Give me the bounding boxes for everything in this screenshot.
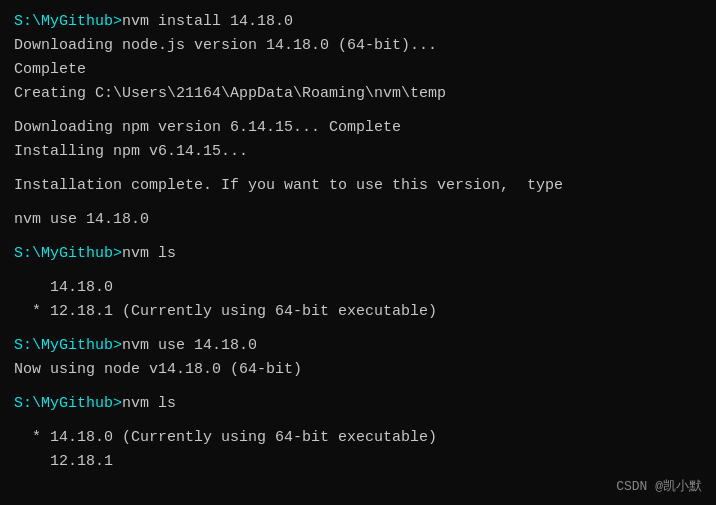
terminal-line-21: S:\MyGithub>nvm ls bbox=[14, 392, 702, 416]
prompt-1: S:\MyGithub> bbox=[14, 13, 122, 30]
spacer-2 bbox=[14, 164, 702, 174]
terminal-window: S:\MyGithub>nvm install 14.18.0 Download… bbox=[0, 0, 716, 505]
spacer-8 bbox=[14, 416, 702, 426]
spacer-3 bbox=[14, 198, 702, 208]
spacer-7 bbox=[14, 382, 702, 392]
terminal-line-15: 14.18.0 bbox=[14, 276, 702, 300]
terminal-line-23: * 14.18.0 (Currently using 64-bit execut… bbox=[14, 426, 702, 450]
spacer-6 bbox=[14, 324, 702, 334]
terminal-line-9: Installation complete. If you want to us… bbox=[14, 174, 702, 198]
terminal-line-18: S:\MyGithub>nvm use 14.18.0 bbox=[14, 334, 702, 358]
terminal-line-3: Complete bbox=[14, 58, 702, 82]
cmd-4: nvm ls bbox=[122, 395, 176, 412]
terminal-line-7: Installing npm v6.14.15... bbox=[14, 140, 702, 164]
cmd-2: nvm ls bbox=[122, 245, 176, 262]
terminal-line-24: 12.18.1 bbox=[14, 450, 702, 474]
prompt-2: S:\MyGithub> bbox=[14, 245, 122, 262]
terminal-line-2: Downloading node.js version 14.18.0 (64-… bbox=[14, 34, 702, 58]
cmd-3: nvm use 14.18.0 bbox=[122, 337, 257, 354]
prompt-4: S:\MyGithub> bbox=[14, 395, 122, 412]
terminal-line-4: Creating C:\Users\21164\AppData\Roaming\… bbox=[14, 82, 702, 106]
spacer-5 bbox=[14, 266, 702, 276]
cmd-1: nvm install 14.18.0 bbox=[122, 13, 293, 30]
terminal-line-1: S:\MyGithub>nvm install 14.18.0 bbox=[14, 10, 702, 34]
terminal-line-13: S:\MyGithub>nvm ls bbox=[14, 242, 702, 266]
prompt-3: S:\MyGithub> bbox=[14, 337, 122, 354]
terminal-line-19: Now using node v14.18.0 (64-bit) bbox=[14, 358, 702, 382]
terminal-line-6: Downloading npm version 6.14.15... Compl… bbox=[14, 116, 702, 140]
spacer-4 bbox=[14, 232, 702, 242]
terminal-line-16: * 12.18.1 (Currently using 64-bit execut… bbox=[14, 300, 702, 324]
terminal-line-11: nvm use 14.18.0 bbox=[14, 208, 702, 232]
watermark: CSDN @凯小默 bbox=[616, 477, 702, 495]
spacer-1 bbox=[14, 106, 702, 116]
